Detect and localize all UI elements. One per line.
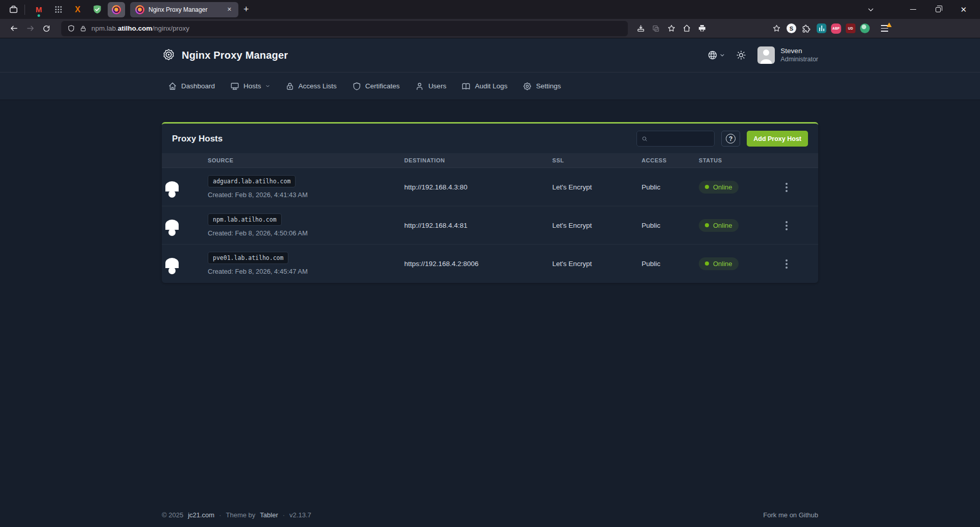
extension-teal-icon[interactable] [817, 23, 826, 33]
language-selector[interactable] [707, 50, 725, 60]
page-footer: © 2025 jc21.com · Theme by Tabler · v2.1… [0, 511, 980, 527]
reload-button[interactable] [39, 21, 54, 36]
ssl-cell: Let's Encrypt [552, 168, 642, 206]
container-icon[interactable] [648, 21, 664, 36]
menu-hamburger-icon[interactable] [877, 21, 892, 36]
extension-s-icon[interactable]: S [787, 23, 796, 33]
main-navigation: Dashboard Hosts Access Lists Certificate… [0, 72, 980, 100]
pinned-tab-gmail[interactable]: M [30, 2, 47, 17]
card-title: Proxy Hosts [172, 134, 223, 144]
nav-label: Access Lists [299, 82, 337, 90]
nav-item-certificates[interactable]: Certificates [352, 82, 400, 91]
nav-item-settings[interactable]: Settings [523, 82, 561, 91]
page-content: Nginx Proxy Manager Steven Administrator [0, 38, 980, 527]
extension-green-icon[interactable] [860, 23, 870, 33]
tab-close-icon[interactable]: ✕ [225, 5, 234, 14]
version-text: v2.13.7 [289, 511, 311, 519]
extensions-puzzle-icon[interactable] [801, 23, 812, 34]
print-icon[interactable] [694, 21, 709, 36]
downloads-icon[interactable] [633, 21, 648, 36]
lock-icon [285, 82, 295, 91]
nav-item-hosts[interactable]: Hosts [230, 82, 270, 91]
shield-icon [352, 82, 361, 91]
nav-item-access-lists[interactable]: Access Lists [285, 82, 337, 91]
url-bar[interactable]: npm.lab.atilho.com/nginx/proxy [61, 21, 628, 36]
status-badge: Online [699, 257, 739, 270]
new-tab-button[interactable]: + [238, 4, 254, 15]
source-domain-badge: npm.lab.atilho.com [208, 213, 282, 226]
column-ssl: SSL [552, 153, 642, 168]
help-button[interactable]: ? [721, 131, 740, 147]
active-tab[interactable]: Nginx Proxy Manager ✕ [130, 2, 238, 17]
user-name: Steven [780, 47, 818, 56]
nav-item-users[interactable]: Users [415, 82, 446, 91]
adblock-plus-icon[interactable]: ABP [831, 23, 841, 34]
table-row[interactable]: adguard.lab.atilho.com Created: Feb 8, 2… [162, 168, 818, 206]
theme-by-text: Theme by [226, 511, 256, 519]
extension-star-icon[interactable] [771, 23, 782, 34]
add-proxy-host-button[interactable]: Add Proxy Host [747, 131, 808, 147]
created-date: Created: Feb 8, 2026, 4:45:47 AM [208, 268, 404, 275]
column-avatar [162, 153, 208, 168]
notification-dot [38, 14, 40, 17]
pinned-tab-adguard[interactable] [88, 2, 106, 17]
firefox-view-icon[interactable] [6, 3, 20, 17]
chevron-down-icon [720, 53, 725, 58]
column-source: SOURCE [208, 153, 404, 168]
created-date: Created: Feb 8, 2026, 4:50:06 AM [208, 229, 404, 237]
sun-icon [736, 50, 746, 60]
tab-bar: M X Nginx Proxy Manager ✕ + ✕ [0, 0, 980, 19]
window-restore-button[interactable] [936, 7, 941, 12]
table-row[interactable]: pve01.lab.atilho.com Created: Feb 8, 202… [162, 245, 818, 283]
nav-item-dashboard[interactable]: Dashboard [168, 82, 215, 91]
back-button[interactable] [6, 21, 21, 36]
list-all-tabs-icon[interactable] [867, 6, 874, 13]
app-brand[interactable]: Nginx Proxy Manager [162, 49, 288, 62]
user-role: Administrator [780, 56, 818, 64]
lock-icon[interactable] [80, 25, 87, 32]
search-icon [642, 135, 648, 142]
extension-icons: S ABP UD [771, 23, 870, 34]
pinned-tab-apps[interactable] [50, 2, 67, 17]
status-dot [705, 261, 709, 266]
home-icon[interactable] [679, 21, 694, 36]
theme-toggle[interactable] [736, 50, 746, 60]
npm-favicon [135, 5, 144, 14]
nav-label: Hosts [243, 82, 261, 90]
copyright-text: © 2025 [162, 511, 183, 519]
extension-ud-icon[interactable]: UD [846, 23, 855, 33]
tracking-shield-icon[interactable] [67, 25, 75, 32]
app-header: Nginx Proxy Manager Steven Administrator [0, 38, 980, 72]
column-status: STATUS [699, 153, 782, 168]
tabler-link[interactable]: Tabler [260, 511, 278, 519]
row-menu-kebab-icon[interactable] [782, 218, 791, 233]
footer-separator: · [219, 511, 221, 519]
bookmark-star-icon[interactable] [664, 21, 679, 36]
forward-button[interactable] [22, 21, 38, 36]
nav-item-audit-logs[interactable]: Audit Logs [461, 82, 507, 91]
destination-cell: https://192.168.4.2:8006 [404, 245, 552, 283]
status-badge: Online [699, 181, 739, 194]
update-warning-badge [887, 22, 892, 27]
row-menu-kebab-icon[interactable] [782, 256, 791, 272]
window-minimize-button[interactable] [910, 9, 916, 10]
window-close-button[interactable]: ✕ [960, 6, 967, 13]
app-grid-icon [55, 6, 62, 13]
user-avatar [757, 46, 775, 64]
app-title: Nginx Proxy Manager [182, 50, 288, 61]
access-cell: Public [642, 245, 699, 283]
access-cell: Public [642, 168, 699, 206]
jc21-link[interactable]: jc21.com [188, 511, 214, 519]
tab-title: Nginx Proxy Manager [149, 6, 221, 13]
pinned-tab-proxmox[interactable]: X [69, 2, 86, 17]
user-menu[interactable]: Steven Administrator [757, 46, 818, 64]
table-row[interactable]: npm.lab.atilho.com Created: Feb 8, 2026,… [162, 206, 818, 245]
row-menu-kebab-icon[interactable] [782, 180, 791, 195]
fork-github-link[interactable]: Fork me on Github [763, 511, 818, 519]
npm-logo-icon [162, 49, 176, 62]
source-domain-badge: adguard.lab.atilho.com [208, 175, 296, 187]
search-input[interactable] [651, 135, 709, 142]
search-box[interactable] [636, 131, 715, 147]
access-cell: Public [642, 206, 699, 245]
pinned-tab-npm[interactable] [108, 2, 125, 17]
